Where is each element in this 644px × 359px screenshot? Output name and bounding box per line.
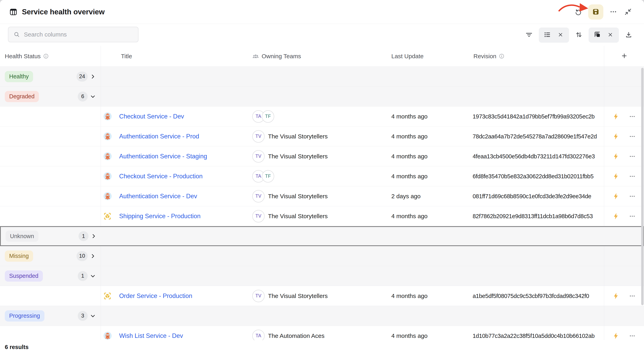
entity-row[interactable]: Shipping Service - ProductionTVThe Visua…: [0, 206, 644, 226]
group-row-degraded[interactable]: Degraded6: [0, 87, 644, 107]
team-avatar[interactable]: TV: [252, 190, 264, 202]
entity-row[interactable]: Authentication Service - DevTVThe Visual…: [0, 186, 644, 206]
octopus-icon: [103, 132, 112, 141]
revision-value: 82f7862b20921e9d8313ff11dcb1a98b6d7d8c53: [473, 213, 593, 219]
chevron-right-icon[interactable]: [90, 253, 96, 259]
group-count: 10: [76, 251, 88, 261]
row-menu-button[interactable]: [628, 172, 637, 181]
last-update-value: 2 days ago: [391, 193, 421, 200]
chevron-right-icon[interactable]: [91, 233, 96, 239]
team-avatar[interactable]: TV: [252, 210, 264, 222]
download-button[interactable]: [624, 30, 634, 40]
more-options-button[interactable]: [608, 7, 618, 17]
filter-button[interactable]: [524, 30, 534, 40]
column-label: Last Update: [391, 53, 424, 60]
row-menu-button[interactable]: [628, 132, 637, 141]
entity-row[interactable]: Checkout Service - ProductionTATF4 month…: [0, 166, 644, 186]
run-action-button[interactable]: [612, 152, 620, 161]
chevron-down-icon[interactable]: [90, 313, 96, 319]
column-header-owning-teams[interactable]: Owning Teams: [252, 46, 301, 66]
list-icon: [544, 31, 551, 39]
entity-title-link[interactable]: Authentication Service - Staging: [119, 153, 207, 160]
run-action-button[interactable]: [612, 172, 620, 181]
save-button[interactable]: [588, 5, 603, 20]
status-badge: Degraded: [5, 91, 39, 102]
team-name: The Automation Aces: [268, 332, 324, 339]
entity-title-link[interactable]: Checkout Service - Production: [119, 173, 203, 180]
entity-row[interactable]: Checkout Service - DevTATF4 months ago19…: [0, 107, 644, 126]
entity-title-link[interactable]: Checkout Service - Dev: [119, 113, 184, 120]
clear-group-by-button[interactable]: [556, 30, 566, 40]
run-action-button[interactable]: [612, 132, 620, 141]
undo-button[interactable]: [574, 7, 583, 17]
info-icon[interactable]: [43, 54, 48, 59]
clear-stacked-button[interactable]: [605, 30, 615, 40]
column-header-last-update[interactable]: Last Update: [391, 46, 424, 66]
owning-teams-cell: TVThe Visual Storytellers: [252, 206, 328, 226]
group-row-progressing[interactable]: Progressing3: [0, 306, 644, 326]
stack-icon: [594, 31, 601, 39]
row-menu-button[interactable]: [628, 112, 637, 121]
entity-title-link[interactable]: Authentication Service - Prod: [119, 133, 199, 140]
entity-row[interactable]: Authentication Service - StagingTVThe Vi…: [0, 146, 644, 166]
run-action-button[interactable]: [612, 292, 620, 300]
collapse-button[interactable]: [623, 7, 633, 17]
team-avatar[interactable]: TV: [252, 130, 264, 143]
row-menu-button[interactable]: [628, 212, 637, 221]
add-column-button[interactable]: [619, 46, 630, 66]
entity-title-link[interactable]: Order Service - Production: [119, 292, 192, 299]
team-name: The Visual Storytellers: [268, 133, 328, 140]
group-row-missing[interactable]: Missing10: [0, 246, 644, 266]
stacked-columns-button[interactable]: [592, 30, 602, 40]
search-input[interactable]: [24, 31, 133, 38]
run-action-button[interactable]: [612, 212, 620, 221]
entity-row[interactable]: Order Service - ProductionTVThe Visual S…: [0, 286, 644, 306]
group-row-suspended[interactable]: Suspended1: [0, 266, 644, 286]
row-menu-button[interactable]: [628, 292, 637, 300]
run-action-button[interactable]: [612, 112, 620, 121]
entity-title-link[interactable]: Authentication Service - Dev: [119, 193, 197, 200]
plus-icon: [621, 53, 628, 60]
team-avatar[interactable]: TA: [252, 330, 264, 340]
entity-title-link[interactable]: Wish List Service - Dev: [119, 332, 183, 339]
team-avatar[interactable]: TF: [262, 170, 274, 182]
close-icon: [557, 31, 564, 39]
team-avatar[interactable]: TV: [252, 150, 264, 163]
column-header-revision[interactable]: Revision: [474, 46, 504, 66]
titlebar-actions: [574, 0, 633, 24]
vertical-scrollbar[interactable]: [641, 68, 644, 305]
chevron-right-icon[interactable]: [90, 74, 96, 79]
row-menu-button[interactable]: [628, 152, 637, 161]
row-menu-button[interactable]: [628, 331, 637, 340]
chevron-down-icon[interactable]: [90, 273, 96, 279]
owning-teams-cell: TVThe Visual Storytellers: [252, 146, 328, 166]
sort-button[interactable]: [574, 30, 584, 40]
group-count-zone: 1: [74, 227, 96, 245]
entity-title-link[interactable]: Shipping Service - Production: [119, 213, 200, 220]
save-icon: [592, 8, 600, 17]
entity-row[interactable]: Authentication Service - ProdTVThe Visua…: [0, 126, 644, 146]
group-row-healthy[interactable]: Healthy24: [0, 67, 644, 87]
close-icon: [607, 31, 614, 39]
team-avatar[interactable]: TV: [252, 290, 264, 302]
row-menu-button[interactable]: [628, 192, 637, 201]
status-badge: Unknown: [6, 231, 38, 242]
team-avatar[interactable]: TF: [262, 110, 274, 123]
row-actions: [604, 146, 642, 166]
entity-row[interactable]: Wish List Service - DevTAThe Automation …: [0, 326, 644, 340]
chevron-down-icon[interactable]: [90, 94, 96, 99]
column-header-title[interactable]: Title: [121, 46, 132, 66]
undo-icon: [574, 8, 582, 17]
octopus-icon: [103, 331, 112, 340]
group-count-zone: 3: [74, 306, 96, 326]
filter-icon: [525, 31, 533, 39]
owning-teams-cell: TVThe Visual Storytellers: [252, 286, 328, 306]
run-action-button[interactable]: [612, 192, 620, 201]
column-header-health-status[interactable]: Health Status: [5, 46, 48, 66]
group-row-unknown[interactable]: Unknown1: [0, 226, 644, 246]
run-action-button[interactable]: [612, 331, 620, 340]
table-widget-icon: [9, 8, 18, 16]
group-by-button[interactable]: [542, 30, 552, 40]
column-label: Revision: [474, 53, 496, 60]
info-icon[interactable]: [499, 54, 504, 59]
